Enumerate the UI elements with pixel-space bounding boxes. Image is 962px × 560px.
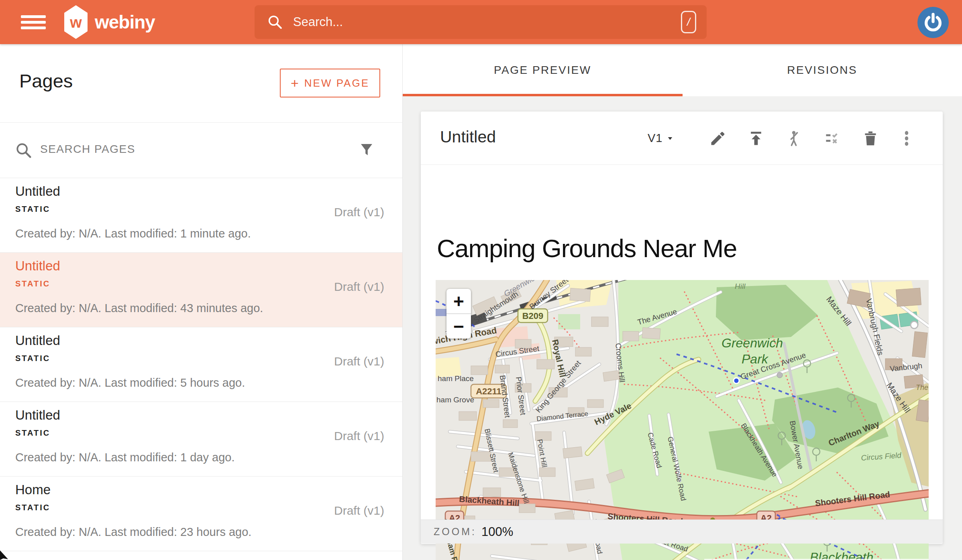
list-item-title: Untitled (15, 408, 60, 423)
zoom-in-button[interactable]: + (446, 289, 471, 313)
more-options-button[interactable] (897, 128, 917, 148)
status-badge: Draft (v1) (334, 429, 384, 443)
requested-changes-button[interactable] (822, 128, 842, 148)
caret-down-icon (666, 135, 674, 142)
list-item-title: Untitled (15, 184, 60, 199)
status-badge: Draft (v1) (334, 280, 384, 294)
list-item-meta: Created by: N/A. Last modified: 1 day ag… (15, 451, 234, 464)
search-icon (267, 14, 283, 30)
webiny-hexagon-icon: w (64, 5, 88, 39)
status-badge: Draft (v1) (334, 355, 384, 368)
hamburger-menu-icon[interactable] (21, 15, 46, 30)
search-pages-icon (14, 141, 33, 160)
map-poi-icon (777, 372, 783, 378)
list-item-type-badge: STATIC (15, 503, 50, 512)
list-item[interactable]: Untitled STATIC Draft (v1) Created by: N… (0, 178, 402, 252)
global-search-bar[interactable]: Search... / (255, 5, 707, 39)
search-pages-row (0, 122, 402, 178)
preview-content-area: Untitled V1 (403, 96, 962, 560)
preview-zoom-bar: ZOOM: 100% (421, 519, 943, 544)
list-check-x-icon (823, 130, 841, 147)
list-item-partial (0, 551, 402, 560)
version-label: V1 (648, 132, 662, 145)
search-pages-input[interactable] (40, 143, 281, 156)
page-preview-card: Untitled V1 (421, 112, 943, 544)
list-item-title: Untitled (15, 333, 60, 348)
list-item[interactable]: Home STATIC Draft (v1) Created by: N/A. … (0, 476, 402, 551)
map-label: Greenwich (722, 336, 783, 350)
publish-button[interactable] (746, 128, 766, 148)
list-item-type-badge: STATIC (15, 354, 50, 363)
list-item-meta: Created by: N/A. Last modified: 1 minute… (15, 227, 251, 240)
zoom-value: 100% (481, 525, 513, 539)
list-item-type-badge: STATIC (15, 279, 50, 288)
list-item-meta: Created by: N/A. Last modified: 23 hours… (15, 526, 251, 539)
new-page-button-label: NEW PAGE (304, 77, 369, 89)
openstreetmap[interactable]: B209A2211A2A2 Greenwich LineStraightsmou… (436, 280, 929, 560)
trash-icon (862, 130, 879, 147)
list-item-type-badge: STATIC (15, 205, 50, 214)
global-search-placeholder: Search... (293, 15, 343, 29)
zoom-out-button[interactable]: − (446, 314, 471, 339)
tab-revisions[interactable]: REVISIONS (683, 44, 962, 96)
kebab-menu-icon (898, 130, 915, 147)
publish-icon (747, 130, 765, 147)
list-item[interactable]: Untitled STATIC Draft (v1) Created by: N… (0, 252, 402, 327)
map-label: The (916, 383, 928, 392)
list-item[interactable]: Untitled STATIC Draft (v1) Created by: N… (0, 327, 402, 402)
list-item-title: Untitled (15, 258, 60, 274)
preview-page-title: Untitled (440, 128, 496, 146)
app-header: w webiny Search... / (0, 0, 962, 44)
pages-header-row: Pages + NEW PAGE (0, 44, 402, 122)
svg-text:B209: B209 (522, 311, 544, 321)
mouse-cursor (0, 550, 12, 560)
delete-button[interactable] (860, 128, 880, 148)
plus-icon: + (291, 75, 299, 91)
map-marker-dot (734, 378, 739, 383)
new-page-button[interactable]: + NEW PAGE (280, 69, 380, 97)
edit-button[interactable] (708, 128, 728, 148)
tab-page-preview[interactable]: PAGE PREVIEW (403, 44, 683, 96)
content-heading: Camping Grounds Near Me (437, 234, 737, 263)
power-icon (923, 12, 944, 33)
submit-review-button[interactable] (784, 128, 804, 148)
slash-shortcut-badge: / (681, 11, 696, 33)
filter-icon[interactable] (358, 141, 375, 158)
status-badge: Draft (v1) (334, 504, 384, 517)
logo-wordmark: webiny (95, 11, 155, 33)
list-item-meta: Created by: N/A. Last modified: 5 hours … (15, 376, 245, 390)
list-item-type-badge: STATIC (15, 428, 50, 438)
person-raising-hand-icon (785, 129, 803, 148)
map-label: Hill (735, 282, 746, 290)
preview-tabbar: PAGE PREVIEW REVISIONS (403, 44, 962, 96)
status-badge: Draft (v1) (334, 205, 384, 219)
webiny-logo[interactable]: w webiny (64, 5, 155, 39)
map-label: ham Place (438, 374, 474, 383)
avatar[interactable] (917, 7, 949, 38)
map-zoom-control: + − (446, 289, 471, 339)
pages-list: Untitled STATIC Draft (v1) Created by: N… (0, 178, 402, 551)
list-item[interactable]: Untitled STATIC Draft (v1) Created by: N… (0, 402, 402, 476)
version-selector[interactable]: V1 (648, 132, 674, 145)
svg-text:w: w (69, 14, 82, 31)
map-label: ham Grove (436, 396, 474, 404)
list-item-title: Home (15, 482, 51, 497)
pages-sidebar: Pages + NEW PAGE Untitled STATIC Draft (… (0, 44, 403, 560)
page-title: Pages (19, 70, 73, 92)
zoom-label: ZOOM: (434, 526, 477, 538)
edit-pencil-icon (709, 130, 727, 147)
preview-card-header: Untitled V1 (421, 112, 943, 165)
list-item-meta: Created by: N/A. Last modified: 43 minut… (15, 302, 263, 315)
svg-text:A2211: A2211 (476, 386, 501, 396)
